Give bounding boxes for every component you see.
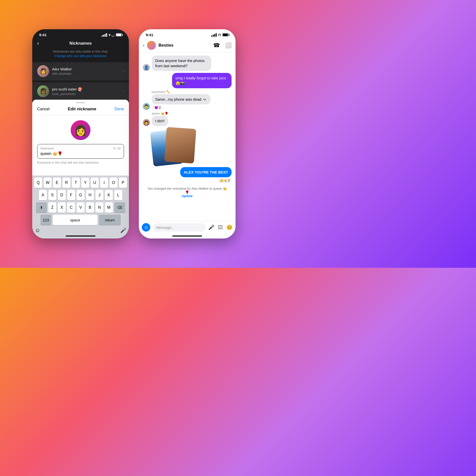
key-e[interactable]: E [53,178,61,188]
nickname-counter: 8 / 32 [113,147,121,150]
sheet-avatar: 👩 [71,120,90,140]
key-s[interactable]: S [48,190,56,200]
sticker-input-icon[interactable]: 😊 [226,224,233,230]
avatar-lucie: 👩🏾 [37,85,49,97]
back-button[interactable]: ‹ [37,40,39,47]
time-display: 9:41 [39,33,47,37]
nickname-hint: Everyone in the chat will see this nickn… [37,161,124,164]
msg-row-3: 👨 Same...my phone was dead 💀 👿 2 [143,94,232,110]
key-g[interactable]: G [77,190,85,200]
battery-icon-right [222,33,229,36]
change-who-link[interactable]: Change who can edit your nickname [55,54,107,58]
key-b[interactable]: B [86,202,94,213]
time-display-right: 9:41 [146,33,153,37]
key-a[interactable]: A [39,190,47,200]
home-bar-line [172,236,202,237]
keyboard-row-3: ⬆ Z X C V B N M ⌫ [33,202,128,213]
key-shift[interactable]: ⬆ [36,202,47,213]
key-l[interactable]: L [114,190,122,200]
contact-name-alex: Alex Walker [52,67,123,71]
bubble-1: Does anyone have the photos from last we… [152,56,211,71]
key-f[interactable]: F [67,190,75,200]
key-x[interactable]: X [58,202,66,213]
done-button[interactable]: Done [115,107,124,111]
key-u[interactable]: U [91,178,99,188]
msg-row-5: ALEX YOU'RE THE BEST 👑🤘 2 [143,167,232,183]
messages-container: 👤 Does anyone have the photos from last … [139,53,236,221]
key-z[interactable]: Z [48,202,56,213]
key-w[interactable]: W [44,178,52,188]
bubble-2: omg I totally forgot to take pics 🤤📸 [172,73,232,88]
key-j[interactable]: J [95,190,103,200]
nickname-subtitle: Nicknames are only visible in this chat.… [32,48,129,62]
group-avatar [147,41,156,50]
sheet-title: Edit nickname [68,107,96,112]
key-c[interactable]: C [67,202,75,213]
wifi-icon-right: ⊓ [218,33,221,37]
msg-group-4: queen 👑🌹 👩 I do!!! [143,112,232,126]
msg-row-photos: 👩 [143,128,232,165]
signal-bars-icon [102,33,107,37]
keyboard-row-4: 123 space return [33,215,128,225]
msg-row-1: 👤 Does anyone have the photos from last … [143,56,232,71]
contact-name-lucie: pro sushi eater 🍣 [52,87,123,91]
key-h[interactable]: H [86,190,94,200]
image-input-icon[interactable]: 🖼 [218,225,223,230]
key-v[interactable]: V [77,202,85,213]
mic-input-icon[interactable]: 🎤 [208,224,214,230]
nickname-input-container[interactable]: Nickname queen 👑🌹 8 / 32 [37,144,124,159]
key-r[interactable]: R [62,178,70,188]
sender-name-3: juanimator ✏️ [152,90,232,94]
key-n[interactable]: N [95,202,103,213]
key-return[interactable]: return [99,215,121,225]
emoji-button[interactable]: ☺ [35,227,40,234]
home-indicator-light [139,234,236,238]
photo-2 [164,127,196,164]
camera-button[interactable]: ⊙ [142,223,150,232]
bubble-4: I do!!! [152,116,168,126]
message-input-bar: ⊙ Message... 🎤 🖼 😊 [139,221,236,234]
input-icons: 🎤 🖼 😊 [208,224,233,230]
key-123[interactable]: 123 [40,215,51,225]
contact-username-alex: alex.anyways [52,72,123,75]
chevron-icon-alex: › [123,69,124,73]
msg-row-2: omg I totally forgot to take pics 🤤📸 [143,73,232,88]
keyboard: Q W E R T Y U I O P A S D F G H J K [32,176,129,238]
page-title: Nicknames [69,41,92,46]
msg-group-3: juanimator ✏️ 👨 Same...my phone was dead… [143,90,232,110]
key-p[interactable]: P [119,178,127,188]
system-message: You changed the nickname for Alex Walker… [143,185,232,200]
keyboard-row-1: Q W E R T Y U I O P [33,178,128,188]
key-y[interactable]: Y [81,178,89,188]
nicknames-header: ‹ Nicknames [32,38,129,48]
status-icons-right: ⊓ [211,33,229,37]
key-m[interactable]: M [105,202,113,213]
status-bar-dark: 9:41 ▾ ◡ [32,29,129,38]
sheet-avatar-container: 👩 [32,115,129,144]
wifi-icon: ▾ ◡ [109,33,114,37]
key-q[interactable]: Q [34,178,42,188]
key-i[interactable]: I [100,178,108,188]
chat-back-button[interactable]: ‹ [143,42,145,49]
update-link[interactable]: Update [182,194,193,198]
nickname-input-value[interactable]: queen 👑🌹 [40,151,121,156]
contact-info-lucie: pro sushi eater 🍣 lucie_yamamoto [52,87,123,96]
mic-button[interactable]: 🎤 [120,227,126,233]
key-k[interactable]: K [105,190,113,200]
keyboard-bottom-row: ☺ 🎤 [33,227,128,234]
contact-info-alex: Alex Walker alex.anyways [52,67,123,75]
call-icon[interactable]: ☎ [213,42,220,49]
cancel-button[interactable]: Cancel [37,107,50,111]
video-icon[interactable]: ⬜ [225,42,232,49]
message-input[interactable]: Message... [153,223,206,232]
chat-action-icons: ☎ ⬜ [213,42,232,49]
key-d[interactable]: D [58,190,66,200]
phone-dark: 9:41 ▾ ◡ ‹ Nicknames Nicknames are only … [32,29,129,238]
key-space[interactable]: space [53,215,97,225]
contact-row-lucie[interactable]: 👩🏾 pro sushi eater 🍣 lucie_yamamoto › [32,82,129,100]
msg-avatar-4: 👩 [143,119,150,126]
key-o[interactable]: O [110,178,118,188]
key-t[interactable]: T [72,178,80,188]
key-backspace[interactable]: ⌫ [114,202,125,213]
contact-row-alex[interactable]: 👩 Alex Walker alex.anyways › [32,62,129,80]
